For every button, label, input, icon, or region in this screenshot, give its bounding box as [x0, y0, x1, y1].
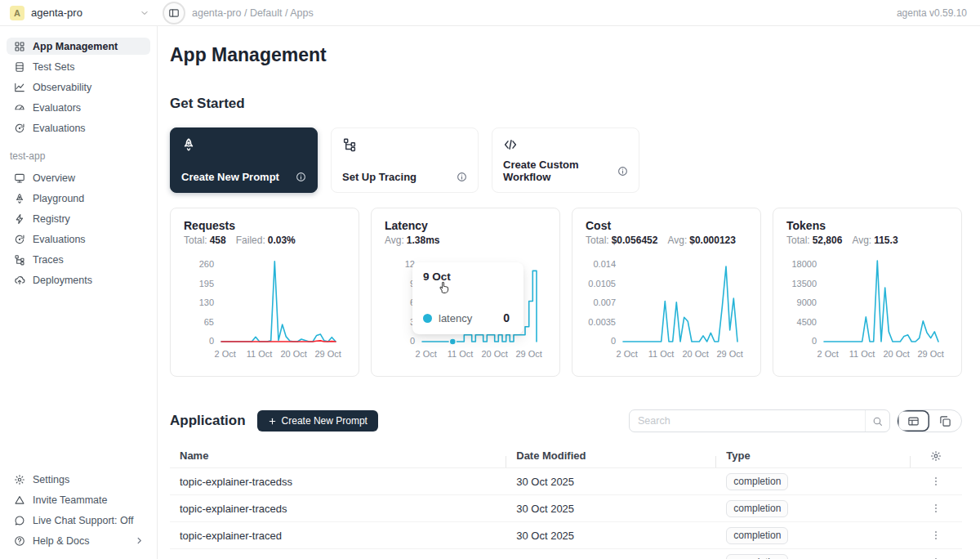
- sidebar-item[interactable]: Playground: [7, 190, 150, 207]
- cost-chart: 0.0140.01050.0070.003502 Oct11 Oct20 Oct…: [586, 257, 747, 360]
- y-tick: 0.007: [593, 298, 616, 306]
- y-tick: 0.0105: [588, 280, 616, 288]
- overview-icon: [13, 172, 25, 184]
- chart-title: Cost: [586, 219, 747, 232]
- sidebar-item-label: Settings: [33, 474, 69, 485]
- sidebar-item[interactable]: Evaluations: [7, 119, 150, 136]
- sidebar-item[interactable]: Registry: [7, 210, 150, 227]
- x-tick: 11 Oct: [448, 349, 474, 359]
- get-started-card-label: Create Custom Workflow: [503, 159, 617, 183]
- sidebar-item[interactable]: Settings: [7, 471, 150, 488]
- stat-label: Failed:: [236, 235, 265, 246]
- get-started-card-label: Set Up Tracing: [342, 171, 416, 183]
- top-bar: A agenta-pro agenta-pro / Default / Apps…: [0, 0, 980, 26]
- invite-icon: [13, 494, 25, 506]
- tooltip-value: 0: [503, 311, 510, 324]
- applications-table: Name Date Modified Type topic-explainer-…: [170, 444, 962, 559]
- sidebar-item[interactable]: Traces: [7, 251, 150, 268]
- stat-value: 458: [210, 235, 226, 246]
- x-axis-labels: 2 Oct11 Oct20 Oct29 Oct: [623, 349, 737, 360]
- type-tag: completion: [726, 554, 788, 559]
- table-row[interactable]: topic-explainer-tracedss 30 Oct 2025 com…: [170, 468, 962, 495]
- sidebar-footer-nav: Settings Invite Teammate Live Chat Suppo…: [7, 471, 150, 552]
- sidebar-toggle-button[interactable]: [163, 2, 185, 25]
- sidebar-item[interactable]: Test Sets: [7, 58, 150, 75]
- workspace-switcher[interactable]: A agenta-pro: [0, 6, 158, 20]
- y-axis-labels: 1800013500900045000: [786, 257, 824, 342]
- search-icon[interactable]: [865, 410, 889, 432]
- date-modified-cell: 30 Oct 2025: [506, 476, 716, 488]
- sidebar-item-label: Invite Teammate: [33, 494, 107, 506]
- view-switcher: [897, 409, 962, 432]
- chart-stats: Total:52,806Avg:115.3: [786, 235, 948, 246]
- stat: Total:52,806: [786, 235, 842, 246]
- metrics-charts: Requests Total:458Failed:0.03% 260195130…: [170, 208, 962, 377]
- y-tick: 260: [199, 260, 214, 268]
- row-menu-button[interactable]: [930, 530, 942, 541]
- stat-label: Avg:: [385, 235, 404, 246]
- x-tick: 29 Oct: [515, 349, 541, 359]
- card-view-button[interactable]: [929, 410, 961, 432]
- row-menu-button[interactable]: [930, 476, 942, 487]
- chart-title: Requests: [184, 219, 345, 232]
- table-row[interactable]: topic-explainer-traced 30 Oct 2025 compl…: [170, 522, 962, 549]
- y-tick: 0.014: [593, 260, 616, 268]
- help-icon: [13, 534, 25, 547]
- table-row[interactable]: career-assessment 27 Oct 2025 completion: [170, 549, 962, 559]
- create-new-prompt-button[interactable]: Create New Prompt: [257, 410, 378, 432]
- info-icon[interactable]: [617, 166, 628, 177]
- sidebar-main-nav: App Management Test Sets Observability E…: [7, 38, 150, 140]
- app-name-cell: topic-explainer-traceds: [170, 503, 506, 515]
- search-input[interactable]: [630, 415, 865, 427]
- chevron-down-icon: [140, 8, 149, 18]
- rocket-icon: [13, 192, 25, 204]
- app-name-cell: career-assessment: [170, 557, 506, 559]
- sidebar-item[interactable]: Invite Teammate: [7, 491, 150, 508]
- stat-value: 52,806: [813, 235, 843, 246]
- info-icon[interactable]: [457, 172, 467, 182]
- get-started-card[interactable]: Create Custom Workflow: [492, 127, 639, 193]
- chart-title: Tokens: [786, 219, 948, 232]
- chevron-right-icon: [135, 536, 144, 545]
- chart-title: Latency: [385, 219, 546, 232]
- rocket-icon: [181, 137, 196, 152]
- chart-stats: Total:458Failed:0.03%: [184, 235, 345, 246]
- sidebar-item[interactable]: Evaluators: [7, 99, 150, 116]
- sidebar-item[interactable]: Live Chat Support: Off: [7, 512, 150, 529]
- table-settings-gear-icon[interactable]: [930, 450, 942, 462]
- sidebar-item[interactable]: Overview: [7, 169, 150, 186]
- sidebar-item-label: Registry: [33, 213, 70, 225]
- observability-icon: [13, 81, 25, 93]
- gear-icon: [13, 473, 25, 485]
- row-menu-button[interactable]: [930, 503, 942, 514]
- sidebar-item[interactable]: App Management: [7, 38, 150, 55]
- sidebar-item-label: Test Sets: [33, 61, 74, 73]
- evaluators-icon: [13, 101, 25, 114]
- column-header-type: Type: [716, 449, 911, 462]
- sidebar-item[interactable]: Evaluations: [7, 230, 150, 248]
- chat-icon: [13, 514, 25, 526]
- breadcrumb[interactable]: agenta-pro / Default / Apps: [192, 7, 314, 19]
- requests-chart: 2601951306502 Oct11 Oct20 Oct29 Oct: [184, 257, 345, 360]
- card-view-icon: [939, 415, 951, 427]
- info-icon[interactable]: [296, 172, 306, 182]
- x-axis-labels: 2 Oct11 Oct20 Oct29 Oct: [824, 349, 938, 360]
- sidebar-item[interactable]: Deployments: [7, 271, 150, 288]
- sidebar-item[interactable]: Observability: [7, 78, 150, 96]
- app-version: agenta v0.59.10: [897, 7, 967, 19]
- traces-icon: [13, 253, 25, 266]
- requests-chart-card: Requests Total:458Failed:0.03% 260195130…: [170, 208, 359, 377]
- sidebar-app-nav: Overview Playground Registry Evaluations…: [7, 169, 150, 292]
- get-started-card[interactable]: Create New Prompt: [170, 127, 318, 193]
- evaluations-icon: [13, 233, 25, 245]
- sidebar-item-label: App Management: [33, 41, 118, 52]
- sidebar-item[interactable]: Help & Docs: [7, 532, 150, 549]
- table-row[interactable]: topic-explainer-traceds 30 Oct 2025 comp…: [170, 495, 962, 522]
- table-view-button[interactable]: [898, 410, 929, 432]
- search-box: [629, 409, 890, 432]
- stat: Avg:115.3: [852, 235, 898, 246]
- stat-value: 1.38ms: [407, 235, 440, 246]
- stat-value: $0.000123: [689, 235, 736, 246]
- tokens-chart: 18000135009000450002 Oct11 Oct20 Oct29 O…: [786, 257, 948, 360]
- get-started-card[interactable]: Set Up Tracing: [331, 127, 479, 193]
